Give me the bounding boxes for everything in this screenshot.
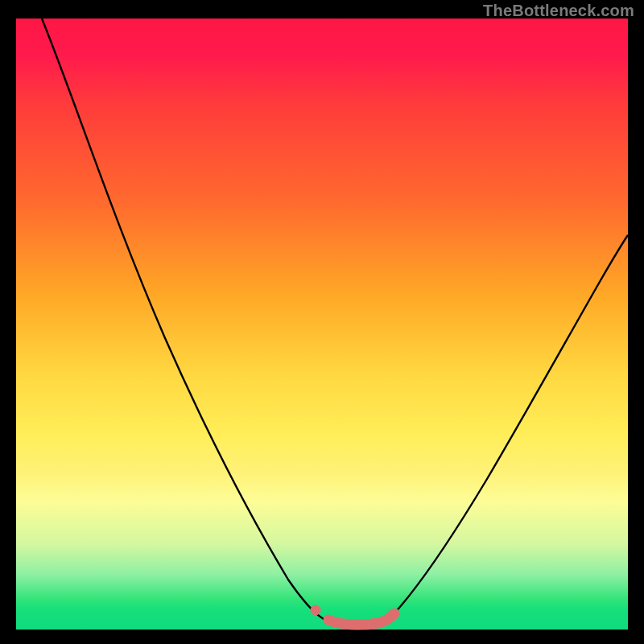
chart-plot-area: [16, 19, 628, 630]
chart-frame: TheBottleneck.com: [0, 0, 644, 644]
watermark-text: TheBottleneck.com: [483, 2, 634, 20]
